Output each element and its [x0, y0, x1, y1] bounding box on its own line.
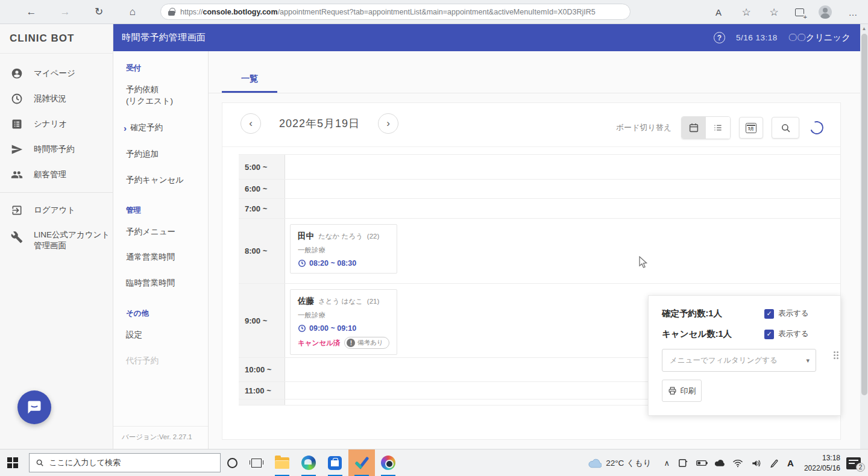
- submenu-item-booking-request[interactable]: 予約依頼 (リクエスト): [113, 77, 208, 114]
- task-view-button[interactable]: [245, 449, 269, 476]
- wrench-icon: [11, 231, 23, 243]
- taskbar-active-app[interactable]: [348, 449, 375, 476]
- slot-area[interactable]: 田中 たなか たろう (22) 一般診療 08:20 ~ 08:30: [285, 219, 840, 283]
- volume-tray-icon[interactable]: [747, 449, 765, 476]
- menu-filter-select[interactable]: メニューでフィルタリングする ▾: [662, 349, 816, 372]
- show-confirmed-label: 表示する: [778, 308, 809, 319]
- browser-refresh-icon[interactable]: ↻: [90, 4, 107, 20]
- collections-icon[interactable]: [795, 8, 804, 16]
- appointment-card-tanaka[interactable]: 田中 たなか たろう (22) 一般診療 08:20 ~ 08:30: [290, 224, 397, 274]
- taskbar-clock[interactable]: 13:18 2022/05/16: [798, 453, 846, 472]
- ime-indicator[interactable]: A: [783, 449, 798, 476]
- print-button[interactable]: 印刷: [662, 380, 702, 402]
- show-hidden-icons-button[interactable]: ∧: [660, 449, 675, 476]
- submenu-item-confirmed-booking[interactable]: › 確定予約: [113, 114, 208, 142]
- lock-icon: [168, 8, 175, 16]
- sidebar-item-congestion[interactable]: 混雑状況: [0, 86, 113, 111]
- search-button[interactable]: [772, 117, 799, 139]
- onedrive-tray-icon[interactable]: [711, 449, 729, 476]
- submenu-item-settings[interactable]: 設定: [113, 322, 208, 348]
- scenario-icon: [11, 118, 23, 130]
- url-text: https://console.botlogy.com/appointmentR…: [180, 8, 596, 16]
- panel-drag-handle-icon[interactable]: [834, 351, 838, 359]
- scrollbar-thumb[interactable]: [861, 34, 867, 395]
- view-toggle-group: [681, 116, 731, 139]
- submenu-section-management: 管理: [113, 193, 208, 219]
- show-cancelled-checkbox[interactable]: ✓: [764, 330, 774, 339]
- list-view-button[interactable]: [706, 117, 730, 139]
- appointment-card-sato[interactable]: 佐藤 さとう はなこ (21) 一般診療 09:00 ~ 09:10 キャンセル…: [290, 289, 397, 355]
- page-scrollbar[interactable]: ▲: [860, 24, 868, 449]
- next-day-button[interactable]: ›: [378, 113, 398, 134]
- logout-icon: [11, 204, 23, 216]
- sidebar-item-line-account[interactable]: LINE公式アカウント 管理画面: [0, 223, 113, 258]
- patient-kana: さとう はなこ: [318, 297, 363, 306]
- favorites-icon[interactable]: ☆: [740, 5, 753, 19]
- prev-day-button[interactable]: ‹: [241, 113, 261, 134]
- chat-fab-button[interactable]: [17, 390, 51, 424]
- confirmed-count-label: 確定予約数:1人: [662, 308, 722, 319]
- read-aloud-icon[interactable]: A: [712, 5, 725, 19]
- schedule-row[interactable]: 8:00 ~ 田中 たなか たろう (22) 一般診療 08:20 ~: [239, 219, 840, 284]
- schedule-row[interactable]: 5:00 ~: [239, 154, 840, 180]
- start-button[interactable]: [7, 457, 18, 468]
- cortana-icon: [227, 458, 237, 468]
- taskbar-media-app[interactable]: [375, 449, 401, 476]
- taskbar-store-app[interactable]: [322, 449, 348, 476]
- battery-tray-icon[interactable]: [693, 449, 711, 476]
- current-date-label: 2022年5月19日: [279, 116, 360, 131]
- taskbar-weather[interactable]: 22°C くもり: [584, 449, 659, 476]
- people-icon: [11, 169, 23, 181]
- submenu-item-temporary-hours[interactable]: 臨時営業時間: [113, 271, 208, 296]
- collections-star-icon[interactable]: ☆: [767, 5, 781, 19]
- printer-icon: [668, 386, 677, 395]
- action-center-button[interactable]: 2: [846, 457, 861, 469]
- browser-forward-icon[interactable]: →: [57, 4, 74, 20]
- patient-kana: たなか たろう: [318, 232, 363, 241]
- send-icon: [11, 143, 23, 155]
- calendar-view-button[interactable]: [682, 117, 706, 139]
- cancelled-status-label: キャンセル済: [298, 339, 340, 348]
- slot-area[interactable]: [285, 199, 840, 218]
- slot-area[interactable]: [285, 180, 840, 198]
- sidebar-item-logout[interactable]: ログアウト: [0, 198, 113, 223]
- media-app-icon: [381, 456, 395, 470]
- schedule-row[interactable]: 6:00 ~: [239, 180, 840, 199]
- submenu-item-booking-menu[interactable]: 予約メニュー: [113, 219, 208, 245]
- device-tray-icon[interactable]: [674, 449, 693, 476]
- sidebar-item-scenario[interactable]: シナリオ: [0, 111, 113, 137]
- submenu-item-cancel-booking[interactable]: 予約キャンセル: [113, 168, 208, 193]
- browser-profile-avatar[interactable]: [819, 5, 832, 19]
- time-label: 8:00 ~: [239, 219, 285, 283]
- brand-title: CLINIC BOT: [0, 24, 113, 54]
- taskbar-edge[interactable]: [295, 449, 322, 476]
- address-bar[interactable]: https://console.botlogy.com/appointmentR…: [160, 4, 631, 20]
- scrollbar-up-icon[interactable]: ▲: [860, 26, 868, 31]
- browser-back-icon[interactable]: ←: [23, 4, 40, 20]
- sidebar-divider: [0, 192, 113, 193]
- tab-bar: 一覧: [209, 51, 860, 93]
- patient-age: (21): [367, 298, 379, 305]
- taskbar-file-explorer[interactable]: [269, 449, 295, 476]
- sidebar-item-customer-management[interactable]: 顧客管理: [0, 162, 113, 187]
- tab-list[interactable]: 一覧: [222, 66, 277, 93]
- browser-home-icon[interactable]: ⌂: [124, 4, 141, 20]
- browser-menu-icon[interactable]: …: [846, 5, 860, 19]
- pen-tray-icon[interactable]: [765, 449, 783, 476]
- person-icon: [11, 67, 23, 80]
- cortana-button[interactable]: [221, 449, 245, 476]
- submenu-section-reception: 受付: [113, 51, 208, 77]
- submenu-item-regular-hours[interactable]: 通常営業時間: [113, 245, 208, 271]
- sidebar-item-timeslot-booking[interactable]: 時間帯予約: [0, 137, 113, 162]
- schedule-row[interactable]: 7:00 ~: [239, 199, 840, 219]
- show-confirmed-checkbox[interactable]: ✓: [764, 309, 774, 319]
- cloud-weather-icon: [588, 459, 602, 468]
- help-icon[interactable]: ?: [714, 32, 725, 43]
- wifi-tray-icon[interactable]: [729, 449, 747, 476]
- slot-area[interactable]: [285, 155, 840, 179]
- sidebar-item-mypage[interactable]: マイページ: [0, 61, 113, 86]
- taskbar-search-input[interactable]: ここに入力して検索: [29, 453, 221, 472]
- submenu-item-add-booking[interactable]: 予約追加: [113, 142, 208, 168]
- patient-name: 田中: [298, 231, 314, 242]
- month-view-button[interactable]: 5月: [739, 117, 763, 139]
